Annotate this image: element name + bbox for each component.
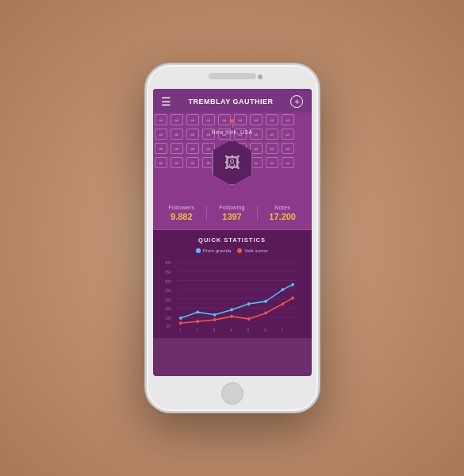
series1-dot [230,308,233,311]
following-label: Following [207,205,257,210]
svg-text:4: 4 [230,328,232,332]
notes-label: Notes [258,205,308,210]
legend-item-2: Velit auctor [237,248,268,253]
followers-stat: Followers 9.882 [157,205,207,221]
legend-dot-2 [237,248,242,253]
svg-text:1: 1 [178,328,181,332]
svg-text:50: 50 [166,324,170,328]
series1-dot [281,288,284,291]
avatar-hexagon[interactable]: 🖼 [161,140,304,186]
profile-section: 📍 New York, USA 🖼 [153,113,312,198]
app-header: ☰ TREMBLAY GAUTHIER + [153,89,312,113]
legend-dot-1 [196,248,201,253]
svg-text:200: 200 [165,298,171,302]
series2-dot [291,297,294,300]
quick-stats-title: QUICK STATISTICS [161,236,304,244]
notes-stat: Notes 17.200 [258,205,308,221]
series1-dot [291,283,294,286]
phone-frame: ☰ TREMBLAY GAUTHIER + [145,63,320,413]
chart-legend: Proin gravida Velit auctor [161,248,304,253]
phone-camera [258,75,263,79]
svg-text:150: 150 [165,307,171,311]
series1-dot [178,317,182,320]
series2-dot [196,320,199,323]
line-chart: 400 350 300 250 200 150 100 50 1 2 3 4 5… [165,258,300,333]
series2-line [180,298,292,324]
svg-text:100: 100 [165,317,171,321]
notes-value: 17.200 [258,212,308,221]
hexagon-shape: 🖼 [212,140,253,186]
series2-dot [247,317,250,321]
svg-text:400: 400 [165,261,171,265]
followers-value: 9.882 [157,212,207,221]
series2-dot [281,302,284,305]
svg-text:5: 5 [247,328,249,332]
svg-text:250: 250 [165,289,171,293]
legend-item-1: Proin gravida [196,248,231,253]
home-button[interactable] [221,382,244,405]
following-value: 1397 [207,212,257,221]
followers-label: Followers [157,205,207,210]
add-button[interactable]: + [290,95,303,108]
menu-icon[interactable]: ☰ [161,96,171,107]
series2-dot [264,312,267,315]
location-pin-icon: 📍 [161,119,304,128]
series1-dot [247,302,250,305]
phone-speaker [209,73,256,79]
quick-stats-section: QUICK STATISTICS Proin gravida Velit auc… [153,230,312,338]
chart-area: 400 350 300 250 200 150 100 50 1 2 3 4 5… [161,258,304,333]
following-stat: Following 1397 [207,205,257,221]
svg-text:300: 300 [165,279,171,283]
phone-screen: ☰ TREMBLAY GAUTHIER + [153,89,312,376]
series1-dot [196,311,199,314]
svg-text:2: 2 [196,328,198,332]
series1-dot [264,300,267,303]
svg-text:350: 350 [165,271,171,274]
svg-text:6: 6 [264,328,267,332]
series2-dot [230,315,233,318]
legend-label-1: Proin gravida [203,248,231,253]
stats-row: Followers 9.882 Following 1397 Notes 17.… [153,198,312,230]
legend-label-2: Velit auctor [244,248,268,253]
location-text: New York, USA [161,129,304,135]
svg-text:7: 7 [281,328,283,332]
header-title: TREMBLAY GAUTHIER [188,98,273,106]
series2-dot [178,321,182,324]
series1-dot [213,313,216,317]
svg-text:3: 3 [213,328,215,332]
avatar-icon: 🖼 [224,154,240,172]
series2-dot [213,318,216,321]
